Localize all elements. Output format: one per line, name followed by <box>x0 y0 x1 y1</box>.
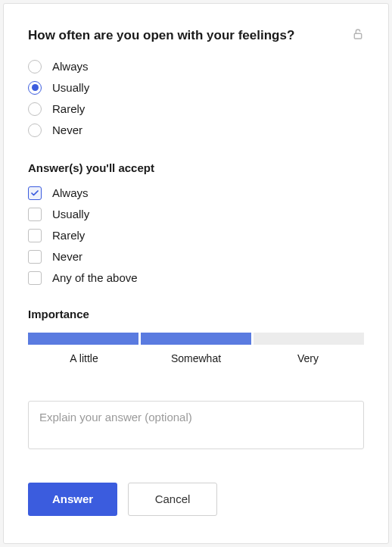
importance-slider[interactable] <box>28 333 364 345</box>
radio-icon <box>28 102 42 116</box>
explain-textarea[interactable] <box>28 401 364 449</box>
importance-seg-2[interactable] <box>141 333 251 345</box>
radio-icon <box>28 81 42 95</box>
radio-label: Always <box>52 60 89 73</box>
answer-radio-group: Always Usually Rarely Never <box>28 60 364 137</box>
checkbox-label: Always <box>52 186 89 199</box>
checkbox-icon <box>28 229 42 242</box>
importance-seg-3[interactable] <box>254 333 364 345</box>
radio-label: Usually <box>52 81 89 94</box>
radio-icon <box>28 60 42 73</box>
accept-title: Answer(s) you'll accept <box>28 161 364 174</box>
checkbox-label: Usually <box>52 208 89 220</box>
accept-checkbox-group: Always Usually Rarely Never Any of the a… <box>28 186 364 285</box>
checkbox-option-any[interactable]: Any of the above <box>28 271 364 285</box>
button-row: Answer Cancel <box>28 483 364 516</box>
question-title: How often are you open with your feeling… <box>28 27 294 45</box>
answer-button[interactable]: Answer <box>28 483 117 516</box>
radio-label: Rarely <box>52 102 85 115</box>
question-header: How often are you open with your feeling… <box>28 27 364 45</box>
radio-label: Never <box>52 123 82 136</box>
importance-title: Importance <box>28 308 364 320</box>
checkbox-option-usually[interactable]: Usually <box>28 208 364 221</box>
unlock-icon[interactable] <box>352 28 364 43</box>
checkbox-label: Any of the above <box>52 271 138 284</box>
radio-option-usually[interactable]: Usually <box>28 81 364 95</box>
checkbox-option-always[interactable]: Always <box>28 186 364 200</box>
svg-rect-0 <box>354 33 361 39</box>
checkbox-icon <box>28 186 42 200</box>
radio-icon <box>28 123 42 137</box>
cancel-button[interactable]: Cancel <box>128 483 217 516</box>
checkbox-label: Never <box>52 250 82 263</box>
importance-label-3: Very <box>252 352 364 364</box>
checkbox-option-never[interactable]: Never <box>28 250 364 264</box>
importance-label-2: Somewhat <box>140 352 252 364</box>
importance-seg-1[interactable] <box>28 333 138 345</box>
importance-label-1: A little <box>28 352 140 364</box>
checkbox-icon <box>28 208 42 221</box>
question-card: How often are you open with your feeling… <box>3 3 389 544</box>
radio-option-never[interactable]: Never <box>28 123 364 137</box>
checkbox-option-rarely[interactable]: Rarely <box>28 229 364 242</box>
checkbox-icon <box>28 271 42 285</box>
importance-labels: A little Somewhat Very <box>28 352 364 364</box>
checkbox-icon <box>28 250 42 264</box>
importance-section: Importance A little Somewhat Very <box>28 308 364 364</box>
checkbox-label: Rarely <box>52 229 85 242</box>
radio-option-rarely[interactable]: Rarely <box>28 102 364 116</box>
radio-option-always[interactable]: Always <box>28 60 364 73</box>
